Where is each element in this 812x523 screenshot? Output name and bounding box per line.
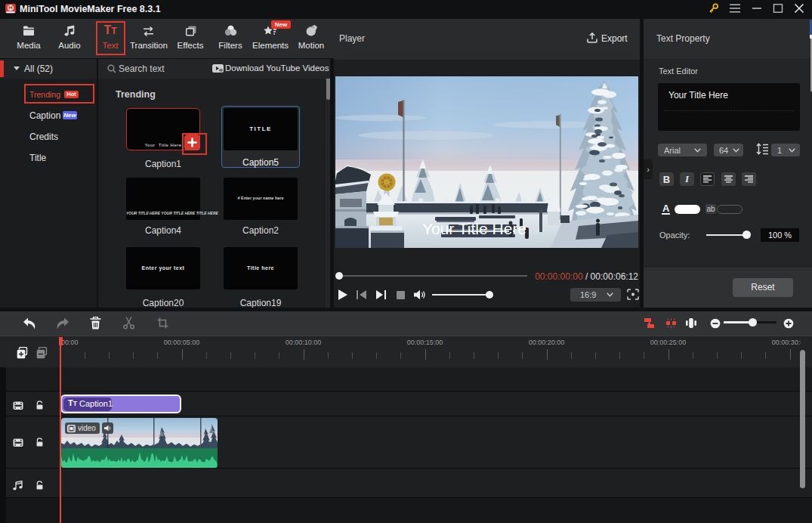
- svg-text:Your Title Here: Your Title Here: [422, 220, 526, 237]
- svg-text:G: G: [220, 69, 223, 73]
